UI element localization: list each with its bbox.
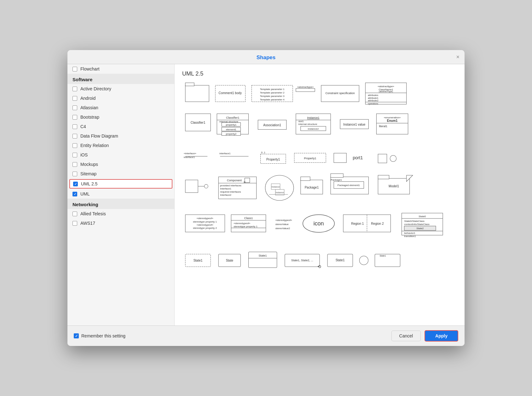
svg-text:⟲: ⟲: [317, 264, 321, 269]
svg-text:Instance1: Instance1: [307, 116, 319, 119]
svg-text:Model1: Model1: [389, 184, 399, 188]
checkbox-uml25[interactable]: [73, 182, 78, 186]
svg-text:Instance1 value: Instance1 value: [343, 123, 366, 126]
checkbox-uml[interactable]: [72, 192, 77, 196]
apply-button[interactable]: Apply: [425, 330, 458, 342]
svg-text:(abstractType): (abstractType): [379, 90, 393, 93]
svg-rect-87: [331, 174, 343, 178]
svg-text:property2: property2: [226, 133, 236, 135]
svg-text:«stereotypeof»: «stereotypeof»: [197, 217, 213, 220]
sidebar-item-data-flow[interactable]: Data Flow Diagram: [67, 131, 174, 141]
svg-point-64: [390, 156, 396, 162]
svg-text:Template parameter 3: Template parameter 3: [260, 95, 285, 98]
sidebar-label-flowchart: Flowchart: [80, 66, 100, 71]
dialog-footer: Remember this setting Cancel Apply: [67, 325, 465, 346]
checkbox-mockups[interactable]: [72, 162, 77, 167]
svg-text:Component: Component: [227, 179, 242, 182]
svg-text:Template parameter 1: Template parameter 1: [260, 88, 285, 91]
sidebar-item-aws17[interactable]: AWS17: [67, 218, 174, 228]
svg-text:required interfaces: required interfaces: [220, 190, 241, 193]
dialog-header: Shapes ×: [67, 50, 465, 64]
shapes-dialog: Shapes × Flowchart Software Active Direc…: [67, 50, 465, 346]
sidebar-label-sitemap: Sitemap: [80, 171, 96, 176]
svg-text:contextInfo/StateClass: contextInfo/StateClass: [404, 223, 430, 226]
svg-rect-65: [185, 180, 198, 193]
sidebar-label-allied-telesis: Allied Telesis: [80, 211, 106, 216]
sidebar: Flowchart Software Active Directory Andr…: [67, 64, 175, 325]
cancel-button[interactable]: Cancel: [391, 331, 421, 341]
checkbox-flowchart[interactable]: [72, 67, 77, 71]
sidebar-item-c4[interactable]: C4: [67, 122, 174, 131]
sidebar-item-ios[interactable]: iOS: [67, 150, 174, 160]
sidebar-item-atlassian[interactable]: Atlassian: [67, 103, 174, 112]
svg-point-67: [204, 184, 208, 188]
checkbox-android[interactable]: [72, 96, 77, 101]
checkbox-allied-telesis[interactable]: [72, 212, 77, 216]
sidebar-item-sitemap[interactable]: Sitemap: [67, 169, 174, 178]
checkbox-active-directory[interactable]: [72, 87, 77, 91]
svg-text:«stereotypeof»: «stereotypeof»: [197, 223, 213, 226]
svg-text:«stereotypeof»: «stereotypeof»: [275, 219, 292, 222]
sidebar-label-uml: UML: [80, 191, 90, 196]
svg-text:Template parameter 4: Template parameter 4: [260, 98, 285, 101]
svg-text:Property1: Property1: [304, 157, 316, 160]
sidebar-item-bootstrap[interactable]: Bootstrap: [67, 112, 174, 122]
svg-text:«abstracttype»: «abstracttype»: [297, 86, 314, 88]
svg-text:transition1: transition1: [404, 235, 416, 238]
sidebar-label-c4: C4: [80, 124, 86, 129]
checkbox-entity-relation[interactable]: [72, 143, 77, 148]
svg-rect-138: [375, 254, 400, 267]
svg-text:State: State: [226, 259, 234, 262]
checkbox-sitemap[interactable]: [72, 172, 77, 176]
svg-text:Template parameter 2: Template parameter 2: [260, 91, 285, 94]
svg-text:Packaged element1: Packaged element1: [338, 184, 360, 187]
sidebar-item-entity-relation[interactable]: Entity Relation: [67, 141, 174, 150]
checkbox-data-flow[interactable]: [72, 134, 77, 139]
sidebar-item-allied-telesis[interactable]: Allied Telesis: [67, 209, 174, 218]
svg-text:State2: State2: [416, 227, 424, 230]
svg-text:State1, State2, ...: State1, State2, ...: [291, 259, 313, 262]
svg-text:«stereotypeof»: «stereotypeof»: [234, 222, 250, 225]
svg-text:State0/StateClass: State0/StateClass: [404, 220, 425, 223]
remember-checkbox[interactable]: [74, 333, 79, 338]
sidebar-item-uml25[interactable]: UML 2.5: [69, 179, 172, 189]
section-header-networking: Networking: [67, 199, 174, 209]
svg-text:Package1: Package1: [331, 178, 342, 181]
svg-text:operations: operations: [368, 103, 378, 105]
sidebar-label-bootstrap: Bootstrap: [80, 115, 99, 120]
svg-text:Property1: Property1: [266, 158, 280, 161]
svg-text:State0: State0: [419, 215, 426, 218]
svg-text:«enumeration»: «enumeration»: [384, 116, 401, 119]
sidebar-item-flowchart[interactable]: Flowchart: [67, 64, 174, 74]
sidebar-item-android[interactable]: Android: [67, 93, 174, 103]
close-button[interactable]: ×: [456, 54, 460, 60]
checkbox-bootstrap[interactable]: [72, 115, 77, 120]
sidebar-label-active-directory: Active Directory: [80, 86, 111, 91]
svg-text:Classifier1: Classifier1: [191, 121, 205, 124]
sidebar-label-android: Android: [80, 96, 95, 101]
svg-text:stereotype property 2: stereotype property 2: [193, 227, 217, 229]
svg-text:0..1: 0..1: [261, 151, 266, 154]
sidebar-item-active-directory[interactable]: Active Directory: [67, 84, 174, 93]
dialog-title: Shapes: [257, 54, 275, 60]
svg-text:interface1: interface1: [219, 152, 231, 155]
svg-text:«abstracttype»: «abstracttype»: [378, 85, 394, 88]
checkbox-ios[interactable]: [72, 153, 77, 157]
checkbox-atlassian[interactable]: [72, 105, 77, 110]
sidebar-label-mockups: Mockups: [80, 162, 98, 167]
checkbox-c4[interactable]: [72, 124, 77, 129]
sidebar-item-uml[interactable]: UML: [67, 189, 174, 199]
svg-text:Instance: Instance: [271, 186, 280, 188]
svg-rect-0: [185, 85, 209, 102]
svg-text:State1: State1: [379, 255, 386, 257]
checkbox-aws17[interactable]: [72, 221, 77, 226]
uml-preview: Comment1 body Template parameter 1 Templ…: [182, 82, 457, 297]
svg-text:stereoValue2: stereoValue2: [275, 227, 290, 230]
svg-text:instance2: instance2: [308, 127, 319, 130]
sidebar-item-mockups[interactable]: Mockups: [67, 160, 174, 169]
sidebar-label-aws17: AWS17: [80, 221, 95, 226]
svg-text:⊞: ⊞: [244, 181, 246, 183]
dialog-body: Flowchart Software Active Directory Andr…: [67, 64, 465, 325]
svg-text:Comment1 body: Comment1 body: [219, 91, 242, 95]
content-title: UML 2.5: [182, 71, 457, 77]
